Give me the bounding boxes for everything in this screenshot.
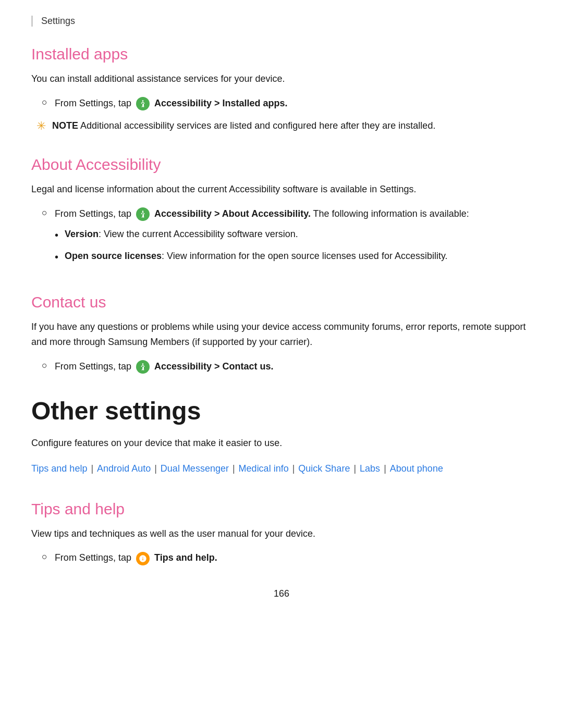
installed-apps-body: You can install additional assistance se…: [31, 71, 532, 87]
page-header-title: Settings: [41, 16, 75, 26]
about-accessibility-list-text: From Settings, tap Accessibility > About…: [55, 206, 469, 270]
contact-us-list-text: From Settings, tap Accessibility > Conta…: [55, 359, 274, 374]
tips-and-help-list-text: From Settings, tap Tips and help.: [55, 550, 217, 565]
installed-apps-list-item: ○ From Settings, tap Accessibility > Ins…: [31, 96, 532, 111]
other-settings-body: Configure features on your device that m…: [31, 436, 532, 451]
page-header: Settings: [31, 16, 532, 27]
installed-apps-list-text: From Settings, tap Accessibility > Insta…: [55, 96, 288, 111]
other-settings-links: Tips and help | Android Auto | Dual Mess…: [31, 460, 532, 477]
accessibility-icon-2: [134, 207, 152, 221]
bullet-dot-2: •: [55, 249, 58, 265]
section-installed-apps: Installed apps You can install additiona…: [31, 45, 532, 133]
bullet-circle-1: ○: [42, 97, 47, 108]
page-number: 166: [31, 588, 532, 599]
contact-us-body: If you have any questions or problems wh…: [31, 319, 532, 350]
bullet-dot-1: •: [55, 227, 58, 243]
section-about-accessibility: About Accessibility Legal and license in…: [31, 156, 532, 270]
link-medical-info[interactable]: Medical info: [239, 463, 289, 474]
installed-apps-title: Installed apps: [31, 45, 532, 63]
bullet-circle-2: ○: [42, 207, 47, 218]
sub-item-opensource: • Open source licenses: View information…: [55, 249, 469, 265]
accessibility-icon-1: [134, 97, 152, 110]
tips-and-help-title: Tips and help: [31, 500, 532, 518]
sub-item-version-text: Version: View the current Accessibility …: [65, 227, 298, 242]
bullet-circle-3: ○: [42, 360, 47, 371]
note-icon: ✳: [36, 119, 46, 133]
about-accessibility-title: About Accessibility: [31, 156, 532, 174]
about-accessibility-body: Legal and license information about the …: [31, 182, 532, 197]
installed-apps-note: ✳ NOTE Additional accessibility services…: [31, 118, 532, 133]
accessibility-icon-3: [134, 360, 152, 374]
bullet-circle-4: ○: [42, 551, 47, 562]
link-about-phone[interactable]: About phone: [390, 463, 443, 474]
sub-item-opensource-text: Open source licenses: View information f…: [65, 249, 448, 264]
svg-point-1: [142, 211, 144, 213]
tips-icon: [134, 552, 152, 565]
section-tips-and-help: Tips and help View tips and techniques a…: [31, 500, 532, 566]
link-quick-share[interactable]: Quick Share: [298, 463, 350, 474]
tips-and-help-body: View tips and techniques as well as the …: [31, 526, 532, 541]
link-tips-and-help[interactable]: Tips and help: [31, 463, 87, 474]
sub-item-version: • Version: View the current Accessibilit…: [55, 227, 469, 243]
section-contact-us: Contact us If you have any questions or …: [31, 293, 532, 374]
tips-and-help-list-item: ○ From Settings, tap Tips and help.: [31, 550, 532, 565]
section-other-settings: Other settings Configure features on you…: [31, 397, 532, 477]
note-text: NOTE Additional accessibility services a…: [52, 118, 435, 133]
other-settings-title: Other settings: [31, 397, 532, 425]
link-dual-messenger[interactable]: Dual Messenger: [161, 463, 229, 474]
svg-point-0: [142, 100, 144, 102]
contact-us-title: Contact us: [31, 293, 532, 311]
svg-point-2: [142, 363, 144, 365]
link-labs[interactable]: Labs: [360, 463, 380, 474]
link-android-auto[interactable]: Android Auto: [97, 463, 151, 474]
about-accessibility-list-item: ○ From Settings, tap Accessibility > Abo…: [31, 206, 532, 270]
contact-us-list-item: ○ From Settings, tap Accessibility > Con…: [31, 359, 532, 374]
